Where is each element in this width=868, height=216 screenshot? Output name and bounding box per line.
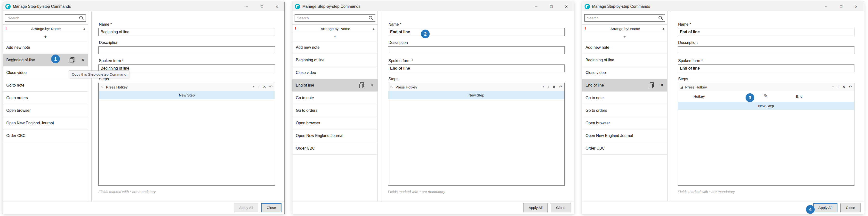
new-step-row[interactable]: New Step <box>388 91 564 99</box>
name-input[interactable] <box>388 28 565 36</box>
move-step-up-icon[interactable]: ↑ <box>542 85 544 89</box>
list-item[interactable]: Open New England Journal <box>3 117 88 129</box>
move-step-up-icon[interactable]: ↑ <box>832 85 834 89</box>
undo-step-icon[interactable]: ↶ <box>559 85 562 89</box>
expander-icon[interactable]: ▷ <box>391 85 395 89</box>
step-actions: ↑ ↓ ✕ ↶ <box>832 85 852 89</box>
arrange-by-label: Arrange by: Name <box>300 27 371 31</box>
undo-step-icon[interactable]: ↶ <box>269 85 273 89</box>
list-item[interactable]: Close video <box>582 66 667 79</box>
list-item[interactable]: Add new note <box>582 41 667 54</box>
delete-step-icon[interactable]: ✕ <box>842 85 845 89</box>
minimize-button[interactable]: – <box>818 2 834 11</box>
search-input[interactable] <box>297 16 368 20</box>
list-item[interactable]: Order CBC <box>582 142 667 155</box>
list-item[interactable]: Open browser <box>292 117 377 129</box>
name-input[interactable] <box>98 28 275 36</box>
list-item[interactable]: Go to orders <box>582 104 667 117</box>
move-step-down-icon[interactable]: ↓ <box>258 85 260 89</box>
arrange-by-header[interactable]: ! Arrange by: Name ▲ <box>292 24 377 33</box>
step-header-row[interactable]: ▷ Press Hotkey ↑ ↓ ✕ ↶ <box>388 83 564 91</box>
close-button[interactable]: Close <box>261 203 281 212</box>
copy-command-icon[interactable] <box>359 83 364 88</box>
window-3: Manage Step-by-step Commands – □ ✕ ! Arr… <box>582 2 864 214</box>
apply-all-button[interactable]: Apply All <box>234 203 258 212</box>
list-item[interactable]: Add new note <box>3 41 88 54</box>
step-actions: ↑ ↓ ✕ ↶ <box>253 85 273 89</box>
close-button[interactable]: Close <box>840 203 861 212</box>
arrange-by-label: Arrange by: Name <box>589 27 661 31</box>
apply-all-button[interactable]: Apply All <box>813 203 837 212</box>
arrange-by-header[interactable]: ! Arrange by: Name ▲ <box>3 24 88 33</box>
step-header-row[interactable]: ◢ Press Hotkey ↑ ↓ ✕ ↶ <box>678 83 854 91</box>
move-step-down-icon[interactable]: ↓ <box>547 85 549 89</box>
add-command-button[interactable]: + <box>582 33 667 41</box>
close-button[interactable]: Close <box>551 203 571 212</box>
list-item[interactable]: Beginning of line <box>292 54 377 66</box>
delete-step-icon[interactable]: ✕ <box>552 85 555 89</box>
delete-command-icon[interactable]: ✕ <box>660 83 664 88</box>
new-step-row[interactable]: New Step <box>99 91 275 99</box>
list-item[interactable]: Beginning of line <box>582 54 667 66</box>
step-header-row[interactable]: ▷ Press Hotkey ↑ ↓ ✕ ↶ <box>99 83 275 91</box>
list-item[interactable]: Go to orders <box>292 104 377 117</box>
copy-command-icon[interactable] <box>70 57 74 63</box>
list-item[interactable]: Go to note <box>3 79 88 92</box>
titlebar[interactable]: Manage Step-by-step Commands – □ ✕ <box>582 2 864 11</box>
description-input[interactable] <box>678 46 855 54</box>
delete-command-icon[interactable]: ✕ <box>371 83 374 88</box>
description-input[interactable] <box>98 46 275 54</box>
list-item[interactable]: Go to note <box>292 92 377 104</box>
list-item-selected[interactable]: End of line ✕ <box>582 79 667 92</box>
minimize-button[interactable]: – <box>529 2 544 11</box>
move-step-down-icon[interactable]: ↓ <box>837 85 839 89</box>
list-item[interactable]: Add new note <box>292 41 377 54</box>
new-step-row[interactable]: New Step <box>678 102 854 110</box>
sort-ascending-icon: ▲ <box>82 27 86 30</box>
list-item[interactable]: Order CBC <box>292 142 377 155</box>
titlebar[interactable]: Manage Step-by-step Commands – □ ✕ <box>3 2 284 11</box>
minimize-button[interactable]: – <box>239 2 254 11</box>
list-item[interactable]: Open New England Journal <box>582 129 667 142</box>
list-item[interactable]: Order CBC <box>3 129 88 142</box>
list-item[interactable]: Go to orders <box>3 92 88 104</box>
delete-command-icon[interactable]: ✕ <box>81 58 85 63</box>
maximize-button[interactable]: □ <box>544 2 559 11</box>
steps-panel: ▷ Press Hotkey ↑ ↓ ✕ ↶ New Step <box>388 83 565 186</box>
spoken-form-input[interactable] <box>678 64 855 72</box>
close-window-button[interactable]: ✕ <box>559 2 574 11</box>
search-input[interactable] <box>587 16 658 20</box>
description-label: Description <box>99 40 275 45</box>
list-item[interactable]: Go to note <box>582 92 667 104</box>
close-window-button[interactable]: ✕ <box>269 2 284 11</box>
search-input[interactable] <box>7 16 79 20</box>
add-command-button[interactable]: + <box>3 33 88 41</box>
maximize-button[interactable]: □ <box>254 2 269 11</box>
spoken-form-input[interactable] <box>388 64 565 72</box>
list-item[interactable]: Open browser <box>582 117 667 129</box>
titlebar[interactable]: Manage Step-by-step Commands – □ ✕ <box>292 2 574 11</box>
list-item[interactable]: Close video <box>292 66 377 79</box>
add-command-button[interactable]: + <box>292 33 377 41</box>
list-item[interactable]: Open browser <box>3 104 88 117</box>
close-window-button[interactable]: ✕ <box>848 2 864 11</box>
expander-icon[interactable]: ◢ <box>680 85 685 89</box>
list-item-selected[interactable]: End of line ✕ <box>292 79 377 92</box>
list-item-selected[interactable]: Beginning of line ✕ <box>3 54 88 66</box>
maximize-button[interactable]: □ <box>834 2 848 11</box>
copy-command-icon[interactable] <box>649 83 654 88</box>
list-item-label: End of line <box>586 83 604 88</box>
arrange-by-header[interactable]: ! Arrange by: Name ▲ <box>582 24 667 33</box>
delete-step-icon[interactable]: ✕ <box>263 85 266 89</box>
description-input[interactable] <box>388 46 565 54</box>
name-input[interactable] <box>678 28 855 36</box>
list-item[interactable]: Open New England Journal <box>292 129 377 142</box>
hotkey-label: Hotkey <box>693 94 705 98</box>
undo-step-icon[interactable]: ↶ <box>848 85 852 89</box>
window-content: ! Arrange by: Name ▲ + Add new note Begi… <box>3 11 284 201</box>
edit-pencil-icon[interactable]: ✎ <box>763 93 768 99</box>
apply-all-button[interactable]: Apply All <box>524 203 548 212</box>
step-hotkey-row[interactable]: Hotkey ✎ End <box>678 91 854 102</box>
expander-icon[interactable]: ▷ <box>101 85 105 89</box>
move-step-up-icon[interactable]: ↑ <box>253 85 255 89</box>
